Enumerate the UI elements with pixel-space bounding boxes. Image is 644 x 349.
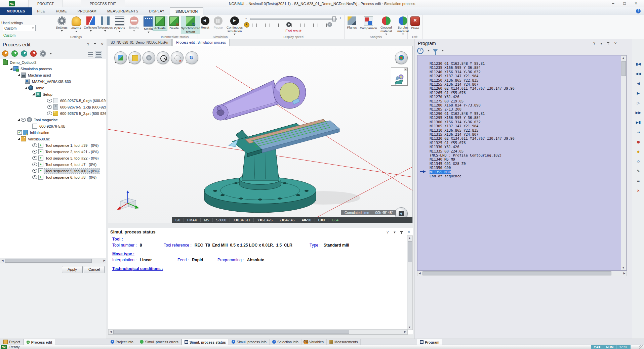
- tab-simul-process-info[interactable]: Simul. process info: [229, 339, 270, 345]
- clear-marks-icon[interactable]: ×: [634, 187, 643, 195]
- last-block-icon[interactable]: ▶▮: [634, 119, 643, 127]
- expander-icon[interactable]: [25, 87, 27, 89]
- view-list-icon[interactable]: [87, 51, 94, 58]
- first-block-icon[interactable]: ▮◀: [634, 60, 643, 68]
- zoom-button[interactable]: [157, 51, 169, 64]
- play-simulation-icon[interactable]: ▶: [634, 89, 643, 97]
- visibility-eye-icon[interactable]: [32, 169, 37, 173]
- expander-icon[interactable]: [32, 93, 35, 95]
- stock-display-button[interactable]: [114, 51, 127, 64]
- settings-button[interactable]: Settings: [54, 16, 69, 32]
- code-line[interactable]: N11230 G1 X162.848 Y-55.81: [430, 61, 620, 66]
- code-line[interactable]: N11245 X137.147 Y21.984: [430, 74, 620, 78]
- program-vertical-scrollbar[interactable]: [621, 55, 627, 270]
- display-options-button[interactable]: [395, 51, 408, 64]
- speed-slider-handle[interactable]: [332, 16, 336, 21]
- expander-icon[interactable]: [10, 68, 12, 70]
- module-green-icon[interactable]: [11, 50, 18, 57]
- status-vertical-scrollbar[interactable]: [407, 235, 413, 330]
- quick-group-process-edit[interactable]: PROCESS EDIT: [81, 0, 125, 7]
- tree-item[interactable]: Table: [0, 85, 106, 91]
- panel-close-icon[interactable]: [100, 42, 104, 46]
- scroll-right-icon[interactable]: [403, 330, 407, 334]
- tree-item[interactable]: Machine used: [0, 72, 106, 78]
- code-line[interactable]: N11240 X156.314 Y-36.032: [430, 70, 620, 74]
- minimize-button[interactable]: [608, 1, 618, 6]
- visibility-eye-icon[interactable]: [47, 112, 52, 115]
- checkbox-icon[interactable]: [17, 130, 22, 135]
- close-simulation-button[interactable]: Close: [408, 16, 422, 31]
- measure-block-icon[interactable]: ◇: [634, 158, 643, 166]
- tab-project-info[interactable]: Project info.: [108, 339, 137, 345]
- minimap-close-icon[interactable]: [404, 68, 407, 71]
- scrollbar-thumb[interactable]: [621, 61, 626, 76]
- scrollbar-thumb[interactable]: [113, 330, 349, 334]
- gcode-listing[interactable]: N11230 G1 X162.848 Y-55.81 N11235 X156.5…: [417, 55, 627, 271]
- tree-item[interactable]: Tool sequence 6, tool #8 - (0%): [0, 174, 106, 180]
- code-line[interactable]: N11340 M5 M9: [430, 157, 620, 161]
- previous-tool-icon[interactable]: ◀◀: [634, 70, 643, 78]
- collisions-button[interactable]: Collisions: [83, 16, 98, 32]
- cancel-button[interactable]: Cancel: [84, 266, 105, 273]
- tab-program[interactable]: PROGRAM: [72, 7, 102, 15]
- tab-measurements-panel[interactable]: Measurements: [327, 339, 361, 345]
- reset-button[interactable]: Reset: [198, 16, 212, 30]
- close-window-button[interactable]: [631, 1, 641, 6]
- tree-item[interactable]: Tool sequence 2, tool #21 - (0%): [0, 148, 106, 155]
- code-line[interactable]: N11290 G1 X162.848 Y-55.81: [430, 112, 620, 116]
- gouged-material-button[interactable]: Gouged material: [378, 16, 395, 36]
- code-line[interactable]: N11270 Y61.426: [430, 95, 620, 99]
- filter-funnel-icon[interactable]: [433, 49, 438, 52]
- speed-end-marker-icon[interactable]: [327, 22, 332, 27]
- chevron-down-icon[interactable]: [50, 53, 52, 54]
- scrollbar-thumb[interactable]: [5, 259, 92, 263]
- status-horizontal-scrollbar[interactable]: [108, 329, 408, 335]
- tree-settings-gear-icon[interactable]: [40, 50, 46, 57]
- scroll-down-icon[interactable]: [621, 266, 626, 270]
- scroll-up-icon[interactable]: [407, 236, 412, 240]
- viewport-tab-project[interactable]: S3_NC-628_01_Demo_NCDoc.NcsPrj: [107, 39, 172, 46]
- tree-item[interactable]: MAZAK_VARIAXIS-630: [0, 78, 106, 85]
- scroll-left-icon[interactable]: [417, 271, 422, 275]
- code-line[interactable]: N11325 G1 Y55.076: [430, 141, 620, 145]
- speed-minus-button[interactable]: -: [245, 15, 247, 20]
- code-line[interactable]: N11310 X136.865 Y22.835: [430, 128, 620, 132]
- visibility-eye-icon[interactable]: [32, 143, 37, 147]
- tree-item[interactable]: Simulation process: [0, 66, 106, 72]
- tool-change-stop-icon[interactable]: ◆: [634, 148, 643, 156]
- panel-close-icon[interactable]: [407, 230, 411, 234]
- panel-pin-icon[interactable]: [400, 230, 404, 234]
- module-red-icon[interactable]: [30, 50, 37, 57]
- tolerances-button[interactable]: Tolerances: [98, 16, 112, 32]
- scrollbar-thumb[interactable]: [408, 241, 412, 262]
- visibility-eye-icon[interactable]: [21, 118, 26, 122]
- visibility-eye-icon[interactable]: [47, 99, 52, 102]
- speed-plus-button[interactable]: +: [339, 15, 341, 20]
- panel-tab-process-edit[interactable]: Process edit: [23, 339, 55, 345]
- part-display-button[interactable]: [128, 51, 141, 64]
- continuous-simulation-button[interactable]: Continuous simulation: [225, 16, 245, 36]
- panel-tab-project[interactable]: Project: [1, 339, 23, 345]
- goto-block-icon[interactable]: →: [634, 128, 643, 136]
- overview-minimap[interactable]: [391, 68, 408, 86]
- tree-item[interactable]: Varixis630.nc: [0, 136, 106, 142]
- module-teal-icon[interactable]: [21, 50, 27, 57]
- code-line[interactable]: N11300 X156.314 Y-36.032: [430, 120, 620, 124]
- tree-item[interactable]: Tool sequence 4, tool #7 - (0%): [0, 161, 106, 168]
- program-horizontal-scrollbar[interactable]: [417, 271, 627, 276]
- code-line[interactable]: N11305 X137.147 Y21.984: [430, 124, 620, 128]
- scroll-up-icon[interactable]: [621, 56, 626, 60]
- panel-menu-icon[interactable]: [393, 230, 397, 234]
- code-line[interactable]: N11320 G2 X134.611 Y34.767 I30.147 J9.96: [430, 136, 620, 140]
- visibility-eye-icon[interactable]: [32, 175, 37, 179]
- scrollbar-thumb[interactable]: [422, 271, 611, 275]
- used-settings-dropdown[interactable]: Custom: [3, 25, 36, 31]
- breakpoint-icon[interactable]: ●: [634, 138, 643, 146]
- quick-group-project[interactable]: PROJECT: [28, 0, 63, 7]
- edit-block-icon[interactable]: ✎: [634, 167, 643, 175]
- simulation-viewport[interactable]: Cumulated time 00h 45' 45" G0FMAXM5S3000…: [108, 46, 413, 223]
- code-line[interactable]: N11285 Z-13.208: [430, 107, 620, 111]
- tree-item[interactable]: 600-92676-5.tlb: [0, 123, 106, 129]
- list-blocks-icon[interactable]: ≡: [634, 177, 643, 185]
- code-line[interactable]: N11260 G2 X134.611 Y34.767 I30.147 J9.96: [430, 86, 620, 90]
